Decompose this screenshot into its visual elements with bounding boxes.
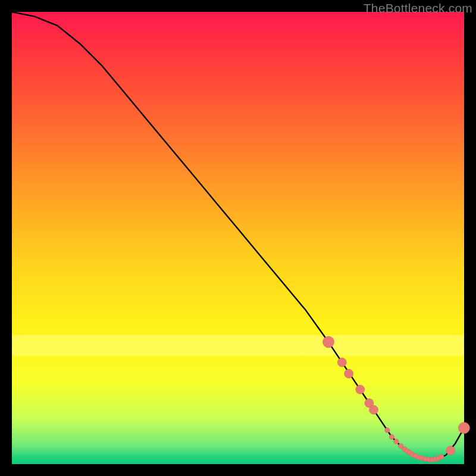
data-marker xyxy=(369,405,378,414)
chart-stage: TheBottleneck.com xyxy=(0,0,476,476)
bottleneck-curve xyxy=(12,12,464,459)
plot-area xyxy=(12,12,464,464)
marker-group-small xyxy=(385,428,444,462)
data-marker xyxy=(394,439,399,444)
data-marker xyxy=(337,358,346,367)
data-marker xyxy=(459,422,470,434)
data-marker xyxy=(446,446,455,455)
data-marker xyxy=(439,455,444,459)
data-marker xyxy=(345,369,353,378)
data-marker xyxy=(323,336,334,347)
marker-group-large xyxy=(323,336,470,433)
curve-layer xyxy=(12,12,464,464)
data-marker xyxy=(356,385,365,394)
data-marker xyxy=(389,434,394,439)
watermark-text: TheBottleneck.com xyxy=(364,1,472,15)
data-marker xyxy=(385,428,390,433)
